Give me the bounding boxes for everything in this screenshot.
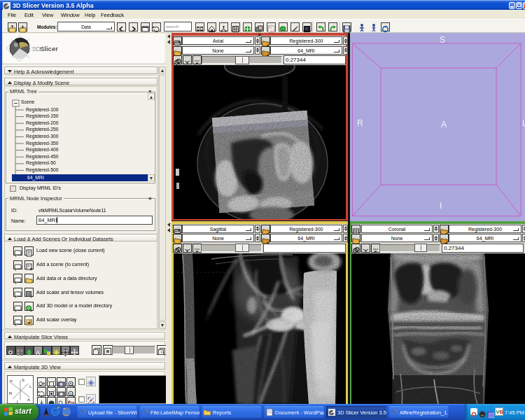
svg-text:L: L	[522, 118, 525, 128]
svg-text:L: L	[29, 384, 32, 388]
svg-text:A: A	[36, 349, 41, 356]
svg-text:I: I	[440, 201, 442, 211]
svg-text:S: S	[22, 378, 24, 382]
svg-text:I: I	[17, 400, 18, 403]
svg-text:A: A	[441, 120, 447, 130]
svg-text:R: R	[9, 391, 13, 396]
svg-text:10: 10	[270, 29, 274, 33]
svg-text:P: P	[10, 379, 13, 384]
svg-text:Slicer: Slicer	[40, 45, 58, 52]
svg-text:A: A	[27, 398, 30, 402]
svg-text:R: R	[357, 118, 363, 128]
svg-text:S: S	[440, 35, 445, 45]
